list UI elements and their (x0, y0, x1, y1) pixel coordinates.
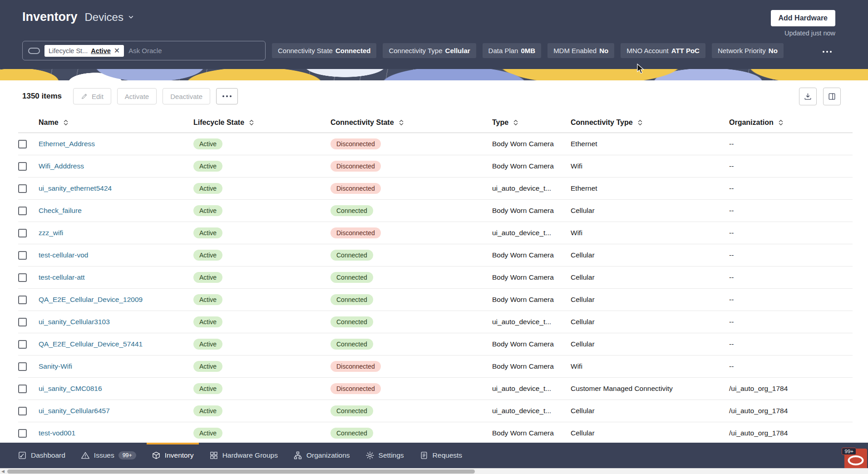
row-checkbox[interactable] (18, 184, 27, 193)
search-input[interactable] (128, 47, 260, 54)
cell-lifecycle: Active (193, 161, 330, 172)
table-header-row: Name Lifecycle State Connectivity State … (18, 112, 853, 133)
nav-item-organizations[interactable]: Organizations (286, 443, 358, 468)
activate-button[interactable]: Activate (117, 88, 157, 104)
row-checkbox[interactable] (18, 407, 27, 415)
page-subtitle-dropdown[interactable]: Devices (85, 11, 135, 24)
cell-lifecycle: Active (193, 361, 330, 372)
filter-chip[interactable]: Connectivity Type Cellular (383, 43, 476, 58)
nav-item-inventory[interactable]: Inventory (144, 443, 202, 468)
row-checkbox[interactable] (18, 229, 27, 237)
row-checkbox[interactable] (18, 296, 27, 304)
nav-item-settings[interactable]: Settings (358, 443, 412, 468)
active-filter-chip[interactable]: Lifecycle St... Active ✕ (44, 45, 124, 57)
filter-chip-value: No (599, 47, 608, 54)
nav-item-hardware-groups[interactable]: Hardware Groups (202, 443, 286, 468)
device-name-link[interactable]: Ethernet_Address (39, 140, 95, 148)
row-checkbox[interactable] (18, 385, 27, 393)
cell-type: ui_auto_device_t... (492, 318, 571, 326)
column-header-name[interactable]: Name (39, 118, 193, 127)
cell-organization: -- (729, 207, 853, 215)
column-header-connectivity_state[interactable]: Connectivity State (330, 118, 492, 127)
horizontal-scrollbar[interactable]: ◀ (0, 468, 868, 474)
column-header-label: Connectivity State (330, 118, 394, 127)
cell-connectivity_type: Cellular (571, 207, 729, 215)
cell-name: ui_sanity_Cellular3103 (39, 318, 193, 326)
more-actions-button[interactable] (216, 88, 238, 104)
cell-checkbox (18, 362, 39, 371)
download-button[interactable] (799, 88, 817, 105)
deactivate-button[interactable]: Deactivate (163, 88, 210, 104)
filter-chip[interactable]: Network Priority No (712, 43, 784, 58)
device-name-link[interactable]: QA_E2E_Cellular_Device_57441 (39, 340, 143, 348)
device-name-link[interactable]: Check_failure (39, 207, 82, 214)
column-header-type[interactable]: Type (492, 118, 571, 127)
sort-icon[interactable] (248, 119, 255, 126)
row-checkbox[interactable] (18, 162, 27, 171)
status-pill: Active (193, 361, 222, 372)
status-pill: Active (193, 428, 222, 439)
row-checkbox[interactable] (18, 140, 27, 148)
cell-name: test-vod001 (39, 429, 193, 437)
add-hardware-button[interactable]: Add Hardware (771, 10, 835, 26)
sort-icon[interactable] (398, 119, 404, 126)
items-count: 1350 items (22, 92, 62, 101)
cell-lifecycle: Active (193, 428, 330, 439)
sort-icon[interactable] (63, 119, 69, 126)
device-name-link[interactable]: ui_sanity_ethernet5424 (39, 184, 112, 192)
row-checkbox[interactable] (18, 340, 27, 349)
organizations-icon (293, 451, 302, 460)
table-row: Check_failureActiveConnectedBody Worn Ca… (18, 200, 853, 222)
column-header-connectivity_type[interactable]: Connectivity Type (571, 118, 729, 127)
cell-name: Check_failure (39, 207, 193, 215)
cell-type: Body Worn Camera (492, 162, 571, 170)
filter-chip[interactable]: Connectivity State Connected (272, 43, 376, 58)
column-header-lifecycle[interactable]: Lifecycle State (193, 118, 330, 127)
device-name-link[interactable]: test-cellular-vod (39, 251, 88, 259)
filter-toggle-icon[interactable] (28, 48, 40, 54)
row-checkbox[interactable] (18, 273, 27, 282)
search-bar[interactable]: Lifecycle St... Active ✕ (22, 41, 266, 60)
nav-item-label: Hardware Groups (222, 451, 278, 459)
device-name-link[interactable]: QA_E2E_Cellular_Device_12009 (39, 296, 143, 303)
row-checkbox[interactable] (18, 251, 27, 260)
sort-icon[interactable] (513, 119, 519, 126)
close-icon[interactable]: ✕ (114, 47, 120, 54)
device-name-link[interactable]: zzz_wifi (39, 229, 63, 237)
manage-columns-button[interactable] (823, 88, 841, 105)
filter-chip[interactable]: MDM Enabled No (547, 43, 614, 58)
more-filters-button[interactable] (819, 44, 835, 58)
device-name-link[interactable]: test-cellular-att (39, 273, 85, 281)
column-header-label: Connectivity Type (571, 118, 633, 127)
cell-organization: -- (729, 140, 853, 148)
device-name-link[interactable]: ui_sanity_CMC0816 (39, 385, 102, 392)
cell-lifecycle: Active (193, 272, 330, 283)
edit-button[interactable]: Edit (73, 88, 111, 104)
cell-name: QA_E2E_Cellular_Device_57441 (39, 340, 193, 348)
filter-chip-label: Connectivity State (278, 47, 333, 54)
device-name-link[interactable]: test-vod001 (39, 429, 75, 437)
row-checkbox[interactable] (18, 318, 27, 326)
row-checkbox[interactable] (18, 207, 27, 215)
cell-checkbox (18, 429, 39, 438)
scroll-left-icon[interactable]: ◀ (1, 469, 5, 474)
column-header-label: Type (492, 118, 508, 127)
scrollbar-thumb[interactable] (7, 469, 475, 474)
column-header-organization[interactable]: Organization (729, 118, 853, 127)
device-name-link[interactable]: ui_sanity_Cellular3103 (39, 318, 110, 326)
row-checkbox[interactable] (18, 362, 27, 371)
cell-name: ui_sanity_CMC0816 (39, 385, 193, 393)
status-pill: Active (193, 227, 222, 238)
filter-chip[interactable]: MNO Account ATT PoC (621, 43, 705, 58)
device-name-link[interactable]: Sanity-Wifi (39, 362, 72, 370)
device-name-link[interactable]: Wifi_Adddress (39, 162, 84, 170)
nav-item-dashboard[interactable]: Dashboard (10, 443, 73, 468)
device-name-link[interactable]: ui_sanity_Cellular6457 (39, 407, 110, 415)
sort-icon[interactable] (778, 119, 784, 126)
filter-chip[interactable]: Data Plan 0MB (483, 43, 542, 58)
row-checkbox[interactable] (18, 429, 27, 438)
nav-item-issues[interactable]: Issues 99+ (73, 443, 144, 468)
nav-item-requests[interactable]: Requests (412, 443, 470, 468)
cell-checkbox (18, 385, 39, 393)
sort-icon[interactable] (637, 119, 643, 126)
